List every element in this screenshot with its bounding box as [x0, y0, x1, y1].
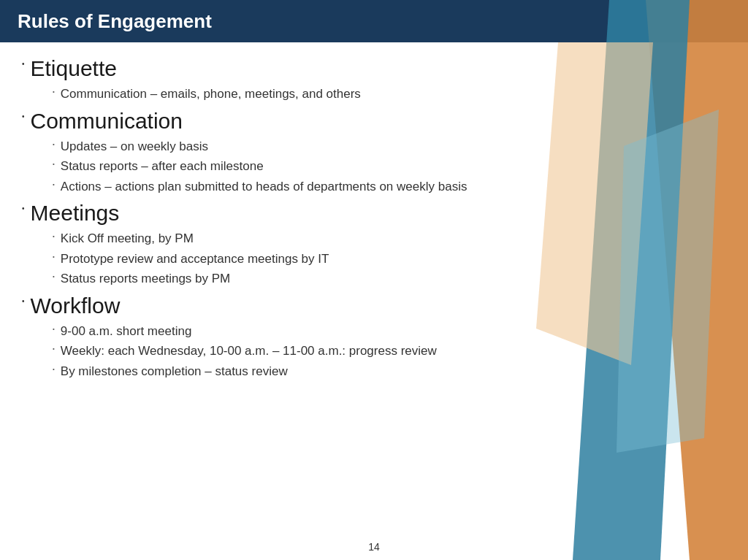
sub-text-meetings-0: Kick Off meeting, by PM	[61, 229, 194, 248]
sub-item-workflow-2: •By milestones completion – status revie…	[53, 362, 726, 381]
page-number: 14	[368, 541, 380, 553]
sub-item-workflow-1: •Weekly: each Wednesday, 10-00 a.m. – 11…	[53, 342, 726, 361]
sub-item-meetings-1: •Prototype review and acceptance meeting…	[53, 250, 726, 269]
sub-text-etiquette-0: Communication – emails, phone, meetings,…	[61, 85, 361, 104]
sub-text-meetings-2: Status reports meetings by PM	[61, 269, 230, 288]
sub-dot-communication-1: •	[53, 161, 55, 167]
bullet-main-communication: •Communication	[22, 108, 726, 134]
sub-text-workflow-0: 9-00 a.m. short meeting	[61, 322, 192, 341]
sub-items-communication: •Updates – on weekly basis•Status report…	[53, 137, 726, 196]
sub-items-meetings: •Kick Off meeting, by PM•Prototype revie…	[53, 229, 726, 288]
sub-item-communication-1: •Status reports – after each milestone	[53, 157, 726, 176]
bullet-dot-etiquette: •	[22, 60, 25, 68]
bullet-dot-communication: •	[22, 112, 25, 120]
sub-item-communication-0: •Updates – on weekly basis	[53, 137, 726, 156]
sub-text-workflow-1: Weekly: each Wednesday, 10-00 a.m. – 11-…	[61, 342, 437, 361]
sub-dot-communication-0: •	[53, 141, 55, 147]
bullet-dot-workflow: •	[22, 297, 25, 305]
sub-text-meetings-1: Prototype review and acceptance meetings…	[61, 250, 329, 269]
sub-text-workflow-2: By milestones completion – status review	[61, 362, 288, 381]
sub-item-workflow-0: •9-00 a.m. short meeting	[53, 322, 726, 341]
sub-item-communication-2: •Actions – actions plan submitted to hea…	[53, 177, 726, 196]
bullet-label-meetings: Meetings	[31, 200, 120, 226]
bullet-label-workflow: Workflow	[31, 293, 121, 319]
bullet-main-workflow: •Workflow	[22, 293, 726, 319]
sub-dot-etiquette-0: •	[53, 88, 55, 95]
sub-item-etiquette-0: •Communication – emails, phone, meetings…	[53, 85, 726, 104]
sub-dot-workflow-1: •	[53, 345, 55, 352]
sub-item-meetings-2: •Status reports meetings by PM	[53, 269, 726, 288]
sub-dot-meetings-1: •	[53, 253, 55, 260]
slide-content: •Etiquette•Communication – emails, phone…	[0, 42, 748, 392]
sub-text-communication-0: Updates – on weekly basis	[61, 137, 208, 156]
sub-dot-workflow-2: •	[53, 366, 55, 372]
sub-items-etiquette: •Communication – emails, phone, meetings…	[53, 85, 726, 104]
bullet-dot-meetings: •	[22, 204, 25, 212]
sub-items-workflow: •9-00 a.m. short meeting•Weekly: each We…	[53, 322, 726, 381]
bullet-main-etiquette: •Etiquette	[22, 55, 726, 82]
sub-dot-meetings-0: •	[53, 233, 55, 239]
slide-title: Rules of Engagement	[18, 10, 212, 33]
bullet-label-communication: Communication	[31, 108, 183, 134]
sub-dot-communication-2: •	[53, 181, 55, 188]
sub-dot-workflow-0: •	[53, 326, 55, 332]
sub-dot-meetings-2: •	[53, 273, 55, 280]
sub-item-meetings-0: •Kick Off meeting, by PM	[53, 229, 726, 248]
sub-text-communication-2: Actions – actions plan submitted to head…	[61, 177, 468, 196]
bullet-main-meetings: •Meetings	[22, 200, 726, 226]
bullet-label-etiquette: Etiquette	[31, 55, 117, 82]
sub-text-communication-1: Status reports – after each milestone	[61, 157, 264, 176]
